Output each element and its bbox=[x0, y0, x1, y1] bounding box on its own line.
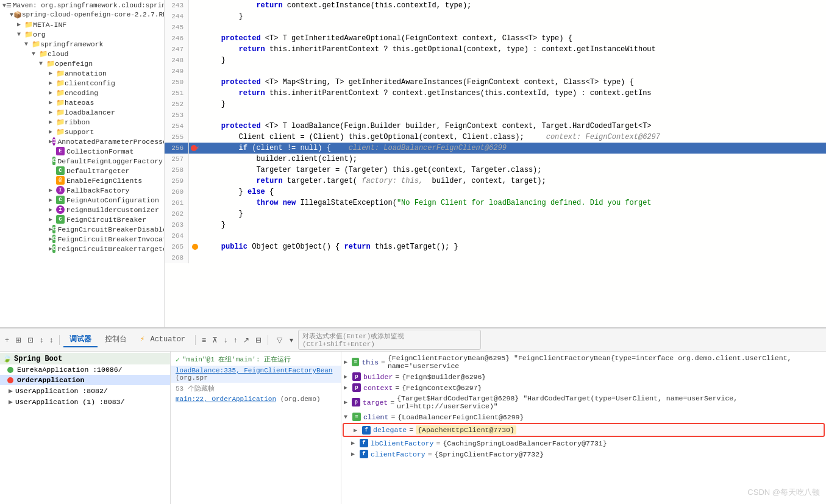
up-btn[interactable]: ↑ bbox=[231, 335, 240, 346]
expand-icon: ▶ bbox=[49, 89, 56, 96]
line-gutter bbox=[189, 186, 201, 197]
line-content: return context.getInstance(this.contextI… bbox=[201, 0, 826, 11]
filter-dropdown[interactable]: ▾ bbox=[287, 335, 296, 346]
code-area: ▼ ☰ Maven: org.springframework.cloud:spr… bbox=[0, 0, 826, 327]
var-delegate[interactable]: ▶ f delegate = {ApacheHttpClient@7730} bbox=[343, 423, 825, 437]
tree-item-FallbackFactory[interactable]: ▶ I FallbackFactory bbox=[0, 185, 164, 195]
code-line-257: 257 builder.client(client); bbox=[165, 154, 826, 165]
class-label: DefaultFeignLoggerFactory bbox=[57, 157, 163, 165]
var-value: {LoadBalancerFeignClient@6299} bbox=[397, 413, 524, 421]
filter-area: ▽ ▾ 对表达式求值(Enter)或添加监视(Ctrl+Shift+Enter) bbox=[272, 330, 483, 350]
code-line-243: 243 return context.getInstance(this.cont… bbox=[165, 0, 826, 11]
var-context[interactable]: ▶ p context = {FeignContext@6297} bbox=[341, 382, 826, 393]
more-btn[interactable]: ⊟ bbox=[253, 335, 264, 346]
debug-item-order[interactable]: OrderApplication bbox=[0, 375, 170, 385]
debug-btn-1[interactable]: + bbox=[2, 335, 12, 346]
vars-panel: ▶ ≡ this = {FeignClientFactoryBean@6295}… bbox=[341, 352, 826, 504]
stack-hidden-frames[interactable]: 53 个隐藏帧 bbox=[171, 383, 341, 394]
tree-item-org[interactable]: ▼ 📁 org bbox=[0, 29, 164, 39]
var-this[interactable]: ▶ ≡ this = {FeignClientFactoryBean@6295}… bbox=[341, 353, 826, 371]
line-content: return this.inheritParentContext ? conte… bbox=[201, 88, 826, 99]
step-btn[interactable]: ↗ bbox=[241, 335, 252, 346]
var-client[interactable]: ▼ ≡ client = {LoadBalancerFeignClient@62… bbox=[341, 411, 826, 422]
line-content: Client client = (Client) this.getOptiona… bbox=[201, 132, 826, 143]
tree-item-openfeign[interactable]: ▼ 📁 openfeign bbox=[0, 59, 164, 68]
folder-icon: 📁 bbox=[56, 108, 65, 116]
tree-item-EnableFeignClients[interactable]: ▶ @ EnableFeignClients bbox=[0, 176, 164, 185]
tree-item-ribbon[interactable]: ▶ 📁 ribbon bbox=[0, 117, 164, 127]
line-content bbox=[201, 110, 826, 121]
tree-item-FeignCircuitBreakerTargeter[interactable]: ▶ C FeignCircuitBreakerTargeter bbox=[0, 244, 164, 254]
expand-icon: ▶ bbox=[49, 118, 56, 126]
folder-label: cloud bbox=[48, 50, 69, 58]
stack-frame-0[interactable]: loadBalance:335, FeignClientFactoryBean … bbox=[171, 366, 341, 383]
line-content: builder.client(client); bbox=[201, 154, 826, 165]
folder-icon: 📁 bbox=[56, 88, 65, 97]
filter-btn[interactable]: ▽ bbox=[274, 335, 285, 346]
expand-arrow: ▶ bbox=[354, 427, 362, 434]
var-target[interactable]: ▶ p target = {Target$HardCodedTarget@629… bbox=[341, 393, 826, 411]
class-label: EnableFeignClients bbox=[66, 177, 142, 185]
tree-item-DefaultFeignLoggerFactory[interactable]: ▶ C DefaultFeignLoggerFactory bbox=[0, 156, 164, 166]
tree-item-loadbalancer[interactable]: ▶ 📁 loadbalancer bbox=[0, 107, 164, 117]
tab-actuator[interactable]: ⚡ Actuator bbox=[134, 333, 191, 347]
settings-btn[interactable]: ≡ bbox=[199, 335, 208, 346]
p-icon: p bbox=[352, 383, 361, 392]
folder-icon: 📁 bbox=[56, 127, 65, 136]
tree-item-CollectionFormat[interactable]: ▶ E CollectionFormat bbox=[0, 146, 164, 156]
expression-hint[interactable]: 对表达式求值(Enter)或添加监视(Ctrl+Shift+Enter) bbox=[298, 330, 481, 350]
tree-item-FeignCircuitBreaker[interactable]: ▶ C FeignCircuitBreaker bbox=[0, 215, 164, 224]
field-icon: ≡ bbox=[352, 413, 361, 421]
tab-debugger[interactable]: 调试器 bbox=[63, 332, 98, 347]
tree-item-DefaultTargeter[interactable]: ▶ C DefaultTargeter bbox=[0, 166, 164, 176]
var-lbclientfactory[interactable]: ▶ f lbClientFactory = {CachingSpringLoad… bbox=[341, 438, 826, 449]
debug-item-user2[interactable]: ▶ UserApplication (1) :8083/ bbox=[0, 396, 170, 407]
tree-item-annotation[interactable]: ▶ 📁 annotation bbox=[0, 68, 164, 78]
code-line-252: 252 } bbox=[165, 99, 826, 110]
folder-icon: 📁 bbox=[24, 20, 33, 29]
tree-item-AnnotatedParameterProcessor[interactable]: ▶ I AnnotatedParameterProcessor bbox=[0, 137, 164, 146]
tree-item-FeignCircuitBreakerDisabledConditions[interactable]: ▶ C FeignCircuitBreakerDisabledCondition… bbox=[0, 224, 164, 234]
layout-btn[interactable]: ⊼ bbox=[210, 335, 220, 346]
line-content: } bbox=[201, 55, 826, 66]
class-icon: C bbox=[56, 215, 65, 224]
tree-item-hateoas[interactable]: ▶ 📁 hateoas bbox=[0, 98, 164, 107]
tree-item-maven-root[interactable]: ▼ ☰ Maven: org.springframework.cloud:spr… bbox=[0, 1, 164, 10]
line-gutter bbox=[189, 0, 201, 11]
debug-btn-5[interactable]: ↕ bbox=[47, 335, 55, 346]
debug-item-eureka[interactable]: EurekaApplication :10086/ bbox=[0, 364, 170, 375]
debug-btn-4[interactable]: ↕ bbox=[37, 335, 46, 346]
tree-item-springframework[interactable]: ▼ 📁 springframework bbox=[0, 39, 164, 49]
tab-console[interactable]: 控制台 bbox=[99, 332, 133, 347]
tree-item-jar[interactable]: ▼ 📦 spring-cloud-openfeign-core-2.2.7.RE… bbox=[0, 10, 164, 20]
line-content bbox=[201, 22, 826, 33]
app-name: UserApplication :8082/ bbox=[15, 387, 108, 395]
line-content: } bbox=[201, 208, 826, 219]
down-btn[interactable]: ↓ bbox=[221, 335, 230, 346]
code-line-264: 264 bbox=[165, 230, 826, 241]
line-number: 248 bbox=[165, 55, 189, 66]
tree-item-meta-inf[interactable]: ▶ 📁 META-INF bbox=[0, 20, 164, 29]
line-content: } bbox=[201, 219, 826, 230]
expand-icon: ▼ bbox=[32, 51, 39, 57]
var-clientfactory[interactable]: ▶ f clientFactory = {SpringClientFactory… bbox=[341, 449, 826, 460]
line-gutter bbox=[189, 252, 201, 263]
debug-btn-3[interactable]: ⊡ bbox=[25, 335, 36, 346]
tree-item-FeignAutoConfiguration[interactable]: ▶ C FeignAutoConfiguration bbox=[0, 195, 164, 205]
tree-item-FeignBuilderCustomizer[interactable]: ▶ I FeignBuilderCustomizer bbox=[0, 205, 164, 215]
line-content: } else { bbox=[201, 186, 826, 197]
expand-icon: ▼ bbox=[17, 31, 24, 38]
folder-label: support bbox=[65, 128, 94, 136]
tree-item-encoding[interactable]: ▶ 📁 encoding bbox=[0, 88, 164, 98]
code-line-251: 251 return this.inheritParentContext ? c… bbox=[165, 88, 826, 99]
stack-panel: ✓ "main"@1 在组'main': 正在运行 loadBalance:33… bbox=[171, 352, 341, 504]
line-content: throw new IllegalStateException("No Feig… bbox=[201, 197, 826, 208]
var-builder[interactable]: ▶ p builder = {Feign$Builder@6296} bbox=[341, 371, 826, 382]
tree-item-cloud[interactable]: ▼ 📁 cloud bbox=[0, 49, 164, 59]
debug-item-user1[interactable]: ▶ UserApplication :8082/ bbox=[0, 385, 170, 396]
tree-item-support[interactable]: ▶ 📁 support bbox=[0, 127, 164, 137]
stack-frame-2[interactable]: main:22, OrderApplication (org.demo) bbox=[171, 394, 341, 404]
debug-btn-2[interactable]: ⊞ bbox=[13, 335, 24, 346]
tree-item-FeignCircuitBreakerInvocationHandler[interactable]: ▶ C FeignCircuitBreakerInvocationHandler bbox=[0, 234, 164, 244]
tree-item-clientconfig[interactable]: ▶ 📁 clientconfig bbox=[0, 78, 164, 88]
